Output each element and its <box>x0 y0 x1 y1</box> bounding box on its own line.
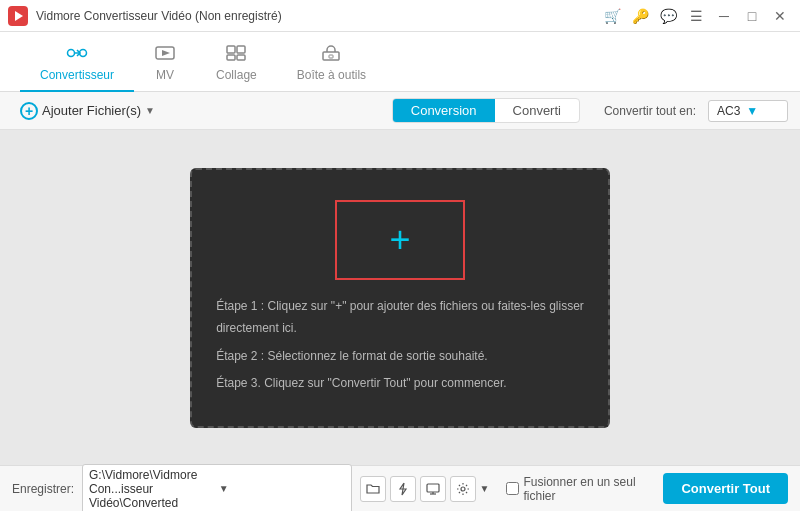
footer-icons: ▼ <box>360 476 490 502</box>
tab-collage[interactable]: Collage <box>196 38 277 92</box>
add-file-box[interactable]: + <box>335 200 465 280</box>
add-file-button[interactable]: + Ajouter Fichier(s) ▼ <box>12 98 163 124</box>
key-icon[interactable]: 🔑 <box>628 4 652 28</box>
instruction-1: Étape 1 : Cliquez sur "+" pour ajouter d… <box>216 296 584 318</box>
toolbar: + Ajouter Fichier(s) ▼ Conversion Conver… <box>0 92 800 130</box>
output-path-value: G:\Vidmore\Vidmore Con...isseur Vidéo\Co… <box>89 468 215 510</box>
instruction-1b: directement ici. <box>216 318 584 340</box>
convertisseur-icon <box>66 44 88 65</box>
minimize-icon[interactable]: ─ <box>712 4 736 28</box>
convert-all-button[interactable]: Convertir Tout <box>663 473 788 504</box>
instruction-2: Étape 2 : Sélectionnez le format de sort… <box>216 346 584 368</box>
svg-rect-10 <box>237 55 245 60</box>
folder-icon-btn[interactable] <box>360 476 386 502</box>
tab-convertisseur[interactable]: Convertisseur <box>20 38 134 92</box>
settings-icon-btn[interactable] <box>450 476 476 502</box>
tab-bar: Convertisseur MV Collage <box>0 32 800 92</box>
merge-label: Fusionner en un seul fichier <box>524 475 656 503</box>
save-label: Enregistrer: <box>12 482 74 496</box>
chat-icon[interactable]: 💬 <box>656 4 680 28</box>
instruction-3: Étape 3. Cliquez sur "Convertir Tout" po… <box>216 373 584 395</box>
format-dropdown-arrow: ▼ <box>746 104 758 118</box>
add-file-dropdown-arrow: ▼ <box>145 105 155 116</box>
tab-collage-label: Collage <box>216 68 257 82</box>
format-value: AC3 <box>717 104 740 118</box>
settings-dropdown-arrow[interactable]: ▼ <box>480 483 490 494</box>
merge-checkbox-container: Fusionner en un seul fichier <box>506 475 656 503</box>
svg-rect-7 <box>227 46 235 53</box>
format-select[interactable]: AC3 ▼ <box>708 100 788 122</box>
menu-icon[interactable]: ☰ <box>684 4 708 28</box>
svg-point-2 <box>68 50 75 57</box>
add-circle-icon: + <box>20 102 38 120</box>
add-plus-icon: + <box>389 222 410 258</box>
close-icon[interactable]: ✕ <box>768 4 792 28</box>
svg-rect-12 <box>329 55 333 58</box>
collage-icon <box>225 44 247 65</box>
app-logo <box>8 6 28 26</box>
app-title: Vidmore Convertisseur Vidéo (Non enregis… <box>36 9 600 23</box>
svg-point-16 <box>461 487 465 491</box>
tab-convertisseur-label: Convertisseur <box>40 68 114 82</box>
svg-marker-6 <box>162 50 170 56</box>
maximize-icon[interactable]: □ <box>740 4 764 28</box>
title-bar: Vidmore Convertisseur Vidéo (Non enregis… <box>0 0 800 32</box>
display-icon-btn[interactable] <box>420 476 446 502</box>
drop-zone[interactable]: + Étape 1 : Cliquez sur "+" pour ajouter… <box>190 168 610 428</box>
toolbar-tabs: Conversion Converti <box>392 98 580 123</box>
main-content: + Étape 1 : Cliquez sur "+" pour ajouter… <box>0 130 800 465</box>
drop-instructions: Étape 1 : Cliquez sur "+" pour ajouter d… <box>192 296 608 394</box>
svg-rect-9 <box>227 55 235 60</box>
boite-icon <box>320 44 342 65</box>
svg-rect-13 <box>427 484 439 492</box>
convert-all-label: Convertir tout en: <box>604 104 696 118</box>
svg-rect-8 <box>237 46 245 53</box>
lightning-icon-btn[interactable] <box>390 476 416 502</box>
path-dropdown-arrow: ▼ <box>219 483 345 494</box>
tab-mv[interactable]: MV <box>134 38 196 92</box>
tab-converti[interactable]: Converti <box>495 99 579 122</box>
tab-mv-label: MV <box>156 68 174 82</box>
svg-rect-11 <box>323 52 339 60</box>
add-file-label: Ajouter Fichier(s) <box>42 103 141 118</box>
window-controls: 🛒 🔑 💬 ☰ ─ □ ✕ <box>600 4 792 28</box>
footer: Enregistrer: G:\Vidmore\Vidmore Con...is… <box>0 465 800 511</box>
tab-boite[interactable]: Boîte à outils <box>277 38 386 92</box>
merge-checkbox[interactable] <box>506 482 519 495</box>
tab-boite-label: Boîte à outils <box>297 68 366 82</box>
mv-icon <box>154 44 176 65</box>
tab-conversion[interactable]: Conversion <box>393 99 495 122</box>
output-path[interactable]: G:\Vidmore\Vidmore Con...isseur Vidéo\Co… <box>82 464 352 512</box>
cart-icon[interactable]: 🛒 <box>600 4 624 28</box>
